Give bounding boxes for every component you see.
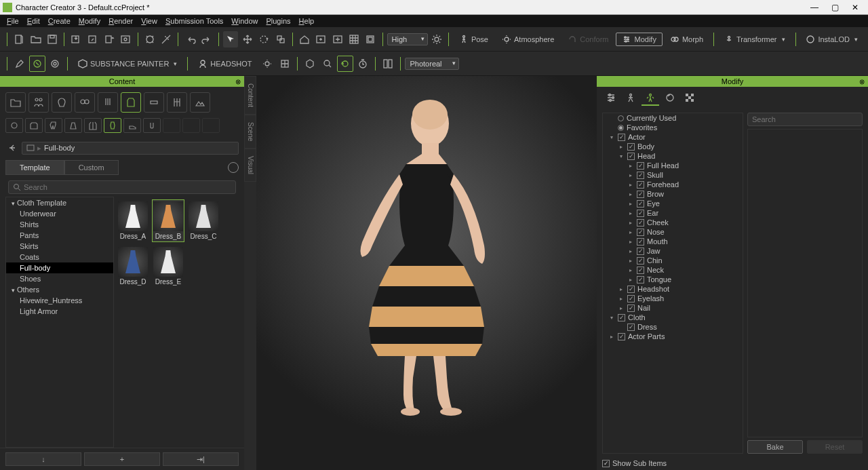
modify-node-favorites[interactable]: Favorites	[603, 123, 743, 132]
render-mode-dropdown[interactable]: Photoreal	[405, 58, 459, 70]
content-panel-close-icon[interactable]: ⊗	[233, 77, 243, 86]
head-icon[interactable]	[52, 92, 72, 113]
export-iclone-icon[interactable]	[102, 31, 117, 47]
minimize-button[interactable]: —	[804, 1, 825, 14]
select-icon[interactable]	[223, 31, 238, 47]
modify-node-actor-parts[interactable]: ▸✓Actor Parts	[603, 332, 743, 341]
close-button[interactable]: ✕	[845, 1, 865, 14]
menu-window[interactable]: Window	[227, 17, 262, 25]
show-sub-items-checkbox[interactable]: ✓ Show Sub Items	[597, 456, 868, 470]
modify-search[interactable]	[747, 113, 863, 126]
modify-node-nose[interactable]: ▸✓Nose	[603, 227, 743, 237]
tree-item-full-body[interactable]: Full-body	[6, 262, 113, 273]
menu-modify[interactable]: Modify	[75, 17, 104, 25]
tree-item-cloth-template[interactable]: ▾Cloth Template	[6, 197, 113, 208]
maximize-button[interactable]: ▢	[825, 1, 845, 14]
sub-shoe-icon[interactable]	[123, 118, 141, 133]
bake-button[interactable]: Bake	[747, 440, 803, 454]
tab-template[interactable]: Template	[5, 160, 64, 175]
snap-icon[interactable]	[363, 31, 378, 47]
thumb-dress_c[interactable]: Dress_C	[187, 199, 220, 242]
tree-item-others[interactable]: ▾Others	[6, 284, 113, 295]
modify-node-head[interactable]: ▾✓Head	[603, 151, 743, 161]
headshot-settings-icon[interactable]	[259, 56, 275, 72]
tree-item-hivewire-huntress[interactable]: Hivewire_Huntress	[6, 295, 113, 306]
redo-icon[interactable]	[199, 31, 214, 47]
viewport-3d[interactable]	[256, 76, 597, 470]
apply-button[interactable]: ⇥|	[163, 452, 239, 466]
modify-button[interactable]: Modify	[616, 33, 662, 46]
sculpt-icon[interactable]	[29, 56, 45, 72]
accessory-icon[interactable]	[144, 92, 164, 113]
open-icon[interactable]	[28, 31, 43, 47]
scale-icon[interactable]	[273, 31, 288, 47]
modify-tab-sliders-icon[interactable]	[602, 91, 620, 106]
camera-frame-icon[interactable]	[313, 31, 328, 47]
morph-button[interactable]: Morph	[664, 33, 709, 46]
sub-coat-icon[interactable]	[84, 118, 102, 133]
modify-node-dress[interactable]: ✓Dress	[603, 322, 743, 332]
modify-node-full-head[interactable]: ▸✓Full Head	[603, 161, 743, 170]
modify-tab-morph-icon[interactable]	[642, 91, 659, 106]
thumb-dress_d[interactable]: Dress_D	[117, 245, 149, 288]
folder-icon[interactable]	[5, 92, 26, 113]
sub-glove-icon[interactable]	[143, 118, 161, 133]
refresh-icon[interactable]	[337, 56, 353, 72]
menu-help[interactable]: Help	[295, 17, 319, 25]
thumb-dress_b[interactable]: Dress_B	[152, 199, 184, 242]
modify-node-ear[interactable]: ▸✓Ear	[603, 208, 743, 218]
zoom-target-icon[interactable]	[319, 56, 336, 72]
content-search-input[interactable]	[24, 183, 231, 191]
tree-item-light-armor[interactable]: Light Armor	[6, 306, 113, 317]
rotate-icon[interactable]	[256, 31, 271, 47]
menu-plugins[interactable]: Plugins	[262, 17, 294, 25]
modify-tab-pose-icon[interactable]	[622, 91, 639, 106]
new-icon[interactable]	[12, 31, 26, 47]
tree-item-shoes[interactable]: Shoes	[6, 273, 113, 284]
modify-node-neck[interactable]: ▸✓Neck	[603, 265, 743, 275]
modify-tab-material-icon[interactable]	[661, 91, 679, 106]
content-tree[interactable]: ▾Cloth TemplateUnderwearShirtsPantsSkirt…	[5, 197, 114, 448]
tree-item-shirts[interactable]: Shirts	[6, 219, 113, 230]
headshot-mesh-icon[interactable]	[277, 56, 293, 72]
sub-pants-icon[interactable]	[45, 118, 62, 133]
modify-node-eyelash[interactable]: ▸✓Eyelash	[603, 294, 743, 303]
layout-icon[interactable]	[380, 56, 396, 72]
back-icon[interactable]	[5, 141, 19, 155]
breadcrumb-path[interactable]: ▸ Full-body	[22, 142, 239, 155]
sub-shirt-icon[interactable]	[25, 118, 43, 133]
modify-node-eye[interactable]: ▸✓Eye	[603, 199, 743, 208]
light-icon[interactable]	[429, 31, 444, 47]
sub-skirt-icon[interactable]	[64, 118, 82, 133]
modify-node-skull[interactable]: ▸✓Skull	[603, 170, 743, 180]
download-button[interactable]: ↓	[5, 452, 81, 466]
scene-icon[interactable]	[190, 92, 210, 113]
timer-icon[interactable]	[355, 56, 371, 72]
modify-node-currently-used[interactable]: Currently Used	[603, 113, 743, 123]
tree-item-pants[interactable]: Pants	[6, 230, 113, 241]
save-icon[interactable]	[45, 31, 60, 47]
modify-node-mouth[interactable]: ▸✓Mouth	[603, 237, 743, 246]
modify-node-jaw[interactable]: ▸✓Jaw	[603, 246, 743, 256]
tree-item-skirts[interactable]: Skirts	[6, 241, 113, 252]
modify-panel-close-icon[interactable]: ⊗	[857, 77, 867, 86]
camera-add-icon[interactable]	[330, 31, 344, 47]
modify-node-actor[interactable]: ▾✓Actor	[603, 132, 743, 142]
modify-node-brow[interactable]: ▸✓Brow	[603, 189, 743, 199]
tab-custom[interactable]: Custom	[64, 160, 119, 175]
goz-icon[interactable]	[47, 56, 63, 72]
modify-node-chin[interactable]: ▸✓Chin	[603, 256, 743, 265]
substance-painter-button[interactable]: SUBSTANCE PAINTER▾	[72, 57, 183, 71]
measure-icon[interactable]	[159, 31, 174, 47]
menu-create[interactable]: Create	[44, 17, 75, 25]
grid-icon[interactable]	[347, 31, 361, 47]
sub-fullbody-icon[interactable]	[104, 118, 121, 133]
zoom-extents-icon[interactable]	[142, 31, 157, 47]
thumb-dress_e[interactable]: Dress_E	[152, 245, 184, 288]
menu-render[interactable]: Render	[104, 17, 137, 25]
export-fbx-icon[interactable]	[85, 31, 100, 47]
vtab-content[interactable]: Content	[244, 76, 256, 115]
modify-node-tongue[interactable]: ▸✓Tongue	[603, 275, 743, 284]
hair-icon[interactable]	[98, 92, 118, 113]
transformer-dropdown[interactable]: Transformer▾	[718, 33, 791, 46]
